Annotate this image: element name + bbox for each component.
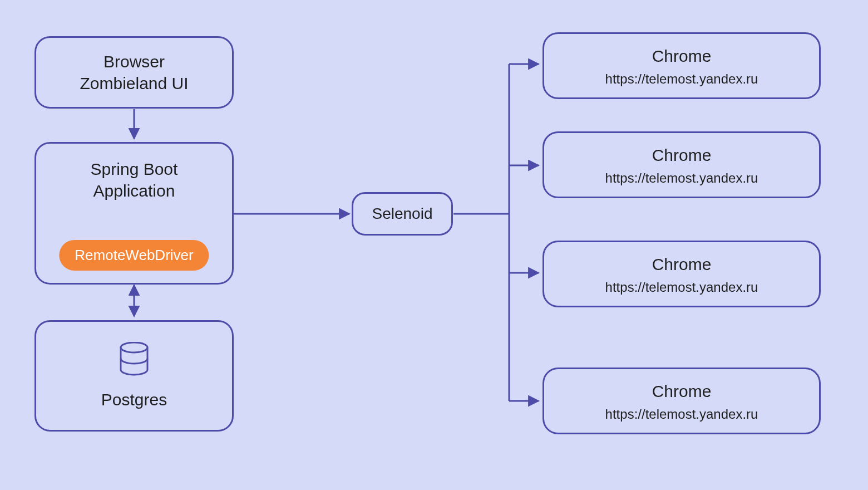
node-chrome-1: Chrome https://telemost.yandex.ru bbox=[542, 131, 821, 198]
selenoid-label: Selenoid bbox=[372, 204, 433, 224]
chrome-title: Chrome bbox=[652, 45, 712, 67]
chrome-url: https://telemost.yandex.ru bbox=[605, 170, 758, 186]
node-chrome-0: Chrome https://telemost.yandex.ru bbox=[542, 32, 821, 99]
chrome-url: https://telemost.yandex.ru bbox=[605, 406, 758, 422]
node-chrome-3: Chrome https://telemost.yandex.ru bbox=[542, 367, 821, 434]
pill-label: RemoteWebDriver bbox=[75, 247, 193, 263]
chrome-title: Chrome bbox=[652, 380, 712, 402]
node-chrome-2: Chrome https://telemost.yandex.ru bbox=[542, 241, 821, 307]
browser-title-line1: Browser bbox=[103, 51, 165, 72]
svg-point-9 bbox=[121, 342, 147, 352]
chrome-url: https://telemost.yandex.ru bbox=[605, 280, 758, 295]
chrome-title: Chrome bbox=[652, 253, 712, 275]
chrome-title: Chrome bbox=[652, 144, 712, 166]
postgres-label: Postgres bbox=[101, 389, 167, 410]
spring-title-line1: Spring Boot bbox=[91, 158, 178, 180]
node-selenoid: Selenoid bbox=[352, 192, 453, 236]
browser-title-line2: Zombieland UI bbox=[80, 72, 188, 94]
spring-title-line2: Application bbox=[93, 180, 175, 202]
node-spring-boot: Spring Boot Application RemoteWebDriver bbox=[34, 142, 234, 285]
database-icon bbox=[117, 342, 151, 379]
chrome-url: https://telemost.yandex.ru bbox=[605, 71, 758, 87]
diagram-canvas: Browser Zombieland UI Spring Boot Applic… bbox=[0, 0, 868, 490]
pill-remote-web-driver: RemoteWebDriver bbox=[59, 240, 209, 271]
node-browser: Browser Zombieland UI bbox=[34, 36, 234, 109]
node-postgres: Postgres bbox=[34, 320, 234, 432]
